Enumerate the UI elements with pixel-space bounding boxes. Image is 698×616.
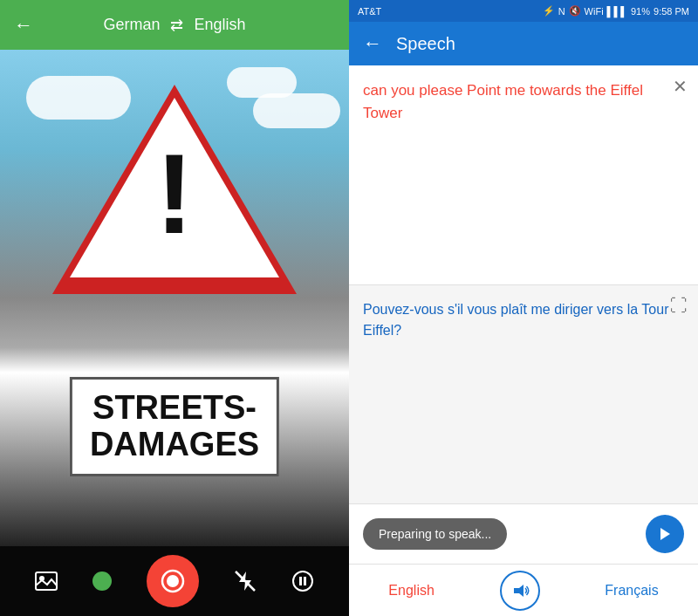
gallery-button[interactable] (35, 572, 58, 591)
lang-option-english[interactable]: English (374, 576, 448, 606)
left-back-icon[interactable]: ← (14, 14, 33, 37)
nfc-icon: N (558, 6, 565, 17)
status-bar: AT&T ⚡ N 🔇 WiFi ▌▌▌ 91% 9:58 PM (349, 0, 698, 22)
speaking-bar: Preparing to speak... (349, 503, 698, 564)
pause-button[interactable] (291, 570, 314, 592)
carrier-label: AT&T (358, 6, 381, 17)
translation-text: Pouvez-vous s'il vous plaît me diriger v… (363, 299, 684, 341)
flash-indicator (92, 572, 112, 591)
status-icons: ⚡ N 🔇 WiFi ▌▌▌ 91% 9:58 PM (543, 5, 689, 17)
street-sign-text-line1: STREETS- (90, 390, 259, 427)
speech-back-icon[interactable]: ← (363, 32, 382, 55)
close-source-button[interactable]: ✕ (673, 76, 688, 97)
street-sign: STREETS- DAMAGES (70, 377, 279, 476)
lang-option-francais[interactable]: Français (591, 576, 672, 606)
left-header: ← German ⇄ English (0, 0, 349, 50)
transfer-icon[interactable]: ⇄ (170, 16, 183, 35)
preparing-label: Preparing to speak... (363, 518, 507, 550)
wifi-icon: WiFi (585, 6, 604, 17)
street-sign-text-line2: DAMAGES (90, 427, 259, 463)
source-text: can you please Point me towards the Eiff… (363, 79, 684, 124)
speak-forward-button[interactable] (646, 515, 684, 553)
translation-area: Pouvez-vous s'il vous plaît me diriger v… (349, 285, 698, 504)
source-text-area: can you please Point me towards the Eiff… (349, 65, 698, 285)
camera-background: ! STREETS- DAMAGES (0, 50, 349, 546)
camera-view: ! STREETS- DAMAGES (0, 50, 349, 546)
mute-icon: 🔇 (569, 5, 581, 17)
expand-button[interactable]: ⛶ (670, 296, 688, 316)
svg-point-3 (167, 575, 179, 587)
svg-marker-9 (514, 585, 524, 597)
signal-icon: ▌▌▌ (607, 6, 627, 17)
bluetooth-icon: ⚡ (543, 5, 555, 17)
to-language-label[interactable]: English (194, 16, 245, 34)
svg-rect-7 (299, 577, 302, 585)
capture-button[interactable] (147, 555, 199, 607)
app-title: Speech (396, 34, 455, 54)
svg-point-6 (293, 572, 312, 591)
from-language-label[interactable]: German (103, 16, 160, 34)
exclamation-mark: ! (155, 137, 193, 250)
app-header: ← Speech (349, 22, 698, 65)
left-panel: ← German ⇄ English ! STREETS- DAMAGES (0, 0, 349, 616)
time-label: 9:58 PM (654, 6, 689, 17)
svg-rect-8 (304, 577, 306, 585)
battery-label: 91% (631, 6, 650, 17)
lang-speaker-button[interactable] (500, 571, 540, 611)
right-panel: AT&T ⚡ N 🔇 WiFi ▌▌▌ 91% 9:58 PM ← Speech… (349, 0, 698, 616)
lang-selector-bar: English Français (349, 564, 698, 616)
flash-off-icon[interactable] (234, 570, 257, 592)
camera-bottom-bar (0, 546, 349, 616)
